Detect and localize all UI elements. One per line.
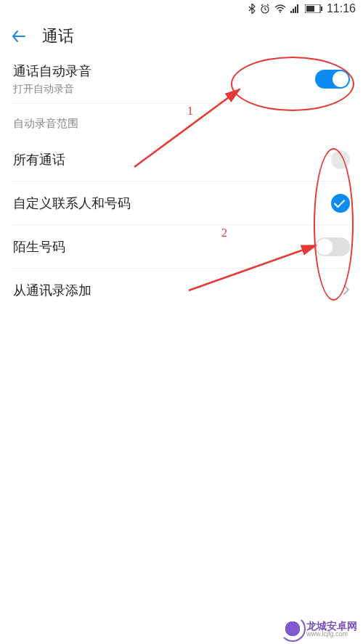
unknown-numbers-toggle[interactable] (315, 237, 350, 256)
chevron-right-icon (343, 281, 350, 300)
signal-icon (290, 4, 301, 13)
watermark-logo-icon (283, 619, 302, 638)
scope-item-all-calls[interactable]: 所有通话 (13, 138, 350, 182)
scope-item-label: 自定义联系人和号码 (13, 195, 131, 212)
watermark-main: 龙城安卓网 (306, 621, 357, 631)
back-icon[interactable] (10, 28, 28, 45)
scope-item-label: 陌生号码 (13, 238, 65, 256)
svg-point-1 (280, 12, 281, 13)
scope-section: 所有通话 自定义联系人和号码 陌生号码 从通讯录添加 (0, 138, 363, 312)
bluetooth-icon (248, 4, 256, 14)
svg-rect-8 (321, 7, 322, 11)
auto-record-subtitle: 打开自动录音 (13, 83, 91, 96)
page-title: 通话 (42, 25, 74, 47)
auto-record-section: 通话自动录音 打开自动录音 (0, 55, 363, 104)
watermark-sub: www.lcjfg.com (306, 631, 357, 637)
auto-record-title: 通话自动录音 (13, 62, 91, 80)
battery-icon (305, 4, 322, 13)
alarm-icon (260, 4, 270, 14)
svg-rect-5 (297, 4, 298, 13)
radio-unselected-icon[interactable] (331, 150, 350, 169)
svg-rect-4 (295, 7, 296, 13)
auto-record-toggle[interactable] (315, 70, 350, 89)
scope-item-custom-contacts[interactable]: 自定义联系人和号码 (13, 182, 350, 225)
wifi-icon (274, 4, 286, 13)
radio-selected-icon[interactable] (331, 194, 350, 213)
add-from-contacts-label: 从通讯录添加 (13, 282, 91, 299)
svg-rect-3 (293, 9, 294, 13)
svg-rect-7 (306, 6, 314, 12)
scope-item-label: 所有通话 (13, 151, 65, 168)
auto-record-row[interactable]: 通话自动录音 打开自动录音 (13, 55, 350, 104)
watermark: 龙城安卓网 www.lcjfg.com (283, 619, 357, 638)
status-time: 11:16 (327, 2, 356, 15)
header: 通话 (0, 17, 363, 55)
scope-header: 自动录音范围 (0, 104, 363, 138)
add-from-contacts-row[interactable]: 从通讯录添加 (13, 269, 350, 312)
svg-rect-2 (290, 11, 292, 13)
status-bar: 11:16 (0, 0, 363, 17)
checkmark-icon (334, 196, 346, 208)
scope-item-unknown-numbers[interactable]: 陌生号码 (13, 225, 350, 269)
